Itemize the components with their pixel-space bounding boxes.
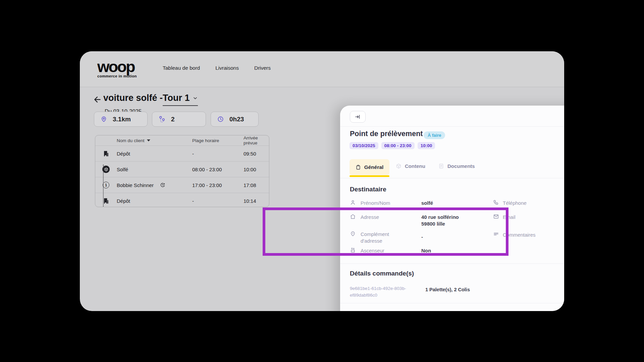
logo-tagline: commerce in motion xyxy=(97,74,137,78)
location-pin-icon xyxy=(101,116,107,122)
stat-stops[interactable]: 2 xyxy=(152,112,206,127)
order-id[interactable]: 9e681be1-61cb-492e-803b-ef89dabf86c0 xyxy=(350,285,424,298)
depot-building-icon xyxy=(95,197,117,204)
collapse-drawer-icon[interactable] xyxy=(350,111,366,123)
tour-name-dropdown[interactable]: Tour 1 xyxy=(163,93,198,106)
date-chip: 03/10/2025 xyxy=(350,142,378,149)
app-window: woop commerce in motion Tableau de bord … xyxy=(80,51,564,311)
clock-plus-icon xyxy=(160,182,165,188)
section-divider xyxy=(340,303,564,303)
eta-chip: 10:00 xyxy=(418,142,435,149)
person-icon xyxy=(350,199,357,205)
top-bar: woop commerce in motion Tableau de bord … xyxy=(80,51,564,87)
stops-table: Nom du client Plage horaire Arrivée prév… xyxy=(95,135,269,207)
route-stops-icon xyxy=(159,116,165,123)
depot-building-icon xyxy=(95,150,117,157)
table-row-bobbie-schinner[interactable]: 1 Bobbie Schinner 17:00 - 23:00 17:08 xyxy=(95,177,269,193)
logo-wordmark: woop xyxy=(97,59,137,74)
stat-duration[interactable]: 0h23 xyxy=(211,112,259,127)
tour-title-prefix: voiture solfé - xyxy=(103,93,163,103)
drawer-title: Point de prélèvement xyxy=(350,130,423,138)
tab-general[interactable]: Général xyxy=(350,159,389,175)
nav-drivers[interactable]: Drivers xyxy=(254,65,271,71)
stat-distance-value: 3.1km xyxy=(113,116,131,123)
woop-logo[interactable]: woop commerce in motion xyxy=(97,59,137,78)
order-summary: 1 Palette(s), 2 Colis xyxy=(425,287,470,292)
stat-distance[interactable]: 3.1km xyxy=(94,112,148,127)
nav-tableau-de-bord[interactable]: Tableau de bord xyxy=(163,65,200,71)
destinataire-heading: Destinataire xyxy=(350,186,386,193)
table-row-solfe[interactable]: Solfé 08:00 - 23:00 10:00 xyxy=(95,162,269,177)
cube-icon xyxy=(396,163,401,169)
page-title: voiture solfé -Tour 1 xyxy=(103,93,198,103)
field-telephone: Téléphone +33600000000 xyxy=(493,200,564,206)
stat-stops-value: 2 xyxy=(171,116,175,123)
screen: woop commerce in motion Tableau de bord … xyxy=(0,0,644,362)
clock-icon xyxy=(217,116,224,122)
tab-documents[interactable]: Documents xyxy=(438,163,475,169)
table-row-depot-end[interactable]: Dépôt - 10:14 xyxy=(95,193,269,207)
sort-caret-icon xyxy=(147,139,150,142)
table-row-depot-start[interactable]: Dépôt - 09:50 xyxy=(95,146,269,162)
main-nav: Tableau de bord Livraisons Drivers xyxy=(163,65,271,71)
back-arrow-icon[interactable] xyxy=(93,95,102,104)
tabs-divider xyxy=(340,178,564,178)
active-tab-underline xyxy=(350,175,389,177)
field-prenom-nom: Prénom/Nom solfé xyxy=(350,200,433,206)
col-arrivee-prevue[interactable]: Arrivée prévue xyxy=(244,135,269,145)
phone-icon xyxy=(493,199,500,205)
stop-number-icon: 1 xyxy=(103,182,109,188)
tab-contenu[interactable]: Contenu xyxy=(396,163,425,169)
col-plage-horaire[interactable]: Plage horaire xyxy=(192,138,244,143)
stops-table-header: Nom du client Plage horaire Arrivée prév… xyxy=(95,135,269,146)
document-icon xyxy=(438,163,444,169)
col-nom-du-client[interactable]: Nom du client xyxy=(117,138,145,143)
stat-duration-value: 0h23 xyxy=(229,116,244,123)
section-divider xyxy=(340,263,564,264)
livraison-heading: Livraison xyxy=(350,310,378,311)
clipboard-icon xyxy=(356,165,361,170)
schedule-chips: 03/10/2025 08:00 - 23:00 10:00 xyxy=(350,142,435,149)
details-commandes-heading: Détails commande(s) xyxy=(350,270,414,277)
chevron-down-icon xyxy=(193,96,198,101)
nav-livraisons[interactable]: Livraisons xyxy=(215,65,239,71)
route-timeline-connector xyxy=(103,165,104,207)
status-badge: À faire xyxy=(424,131,445,139)
time-window-chip: 08:00 - 23:00 xyxy=(381,142,415,149)
details-commandes-highlight-annotation xyxy=(263,207,508,256)
drawer-header-divider xyxy=(340,126,564,127)
